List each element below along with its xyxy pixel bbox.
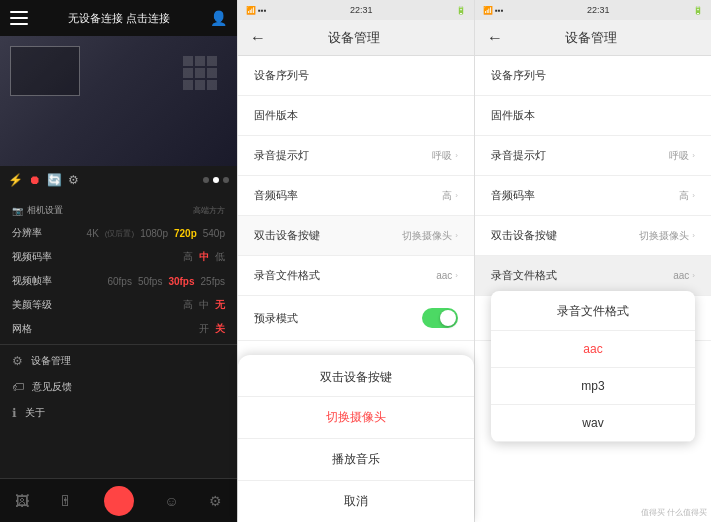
chevron-icon-2: › [455,191,458,200]
device-panel-2: 📶 ▪▪▪ 22:31 🔋 ← 设备管理 设备序列号 固件版本 录音提示灯 呼吸… [237,0,474,522]
camera-flip-icon[interactable]: 🔄 [47,173,62,187]
bitrate-label: 视频码率 [12,250,67,264]
fps-25[interactable]: 25fps [201,276,225,287]
prerecord-item[interactable]: 预录模式 [238,296,474,341]
audio-format-item[interactable]: 录音文件格式 aac › [238,256,474,296]
bitrate-values: 高 中 低 [183,250,225,264]
serial-number-item[interactable]: 设备序列号 [238,56,474,96]
firmware-item[interactable]: 固件版本 [238,96,474,136]
gallery-nav-icon[interactable]: 🖼 [15,493,29,509]
audio-format-value-3: aac › [673,270,695,281]
dialog-cancel-button[interactable]: 取消 [238,481,474,522]
audio-bitrate-label: 音频码率 [254,188,298,203]
res-720p[interactable]: 720p [174,228,197,239]
settings-nav-icon[interactable]: ⚙ [209,493,222,509]
dialog-option-play-music[interactable]: 播放音乐 [238,439,474,481]
bitrate-low[interactable]: 低 [215,250,225,264]
beauty-values: 高 中 无 [183,298,225,312]
status-icons-left: 📶 ▪▪▪ [246,6,267,15]
recording-light-item[interactable]: 录音提示灯 呼吸 › [238,136,474,176]
audio-bitrate-item[interactable]: 音频码率 高 › [238,176,474,216]
bitrate-high[interactable]: 高 [183,250,193,264]
beauty-mid[interactable]: 中 [199,298,209,312]
profile-icon[interactable]: 👤 [210,10,227,26]
record-button[interactable] [104,486,134,516]
audio-format-label: 录音文件格式 [254,268,320,283]
audio-bitrate-item-3[interactable]: 音频码率 高 › [475,176,711,216]
status-bar-3: 📶 ▪▪▪ 22:31 🔋 [475,0,711,20]
device-title-2: 设备管理 [274,29,434,47]
back-button-2[interactable]: ← [250,29,266,47]
double-click-value-3: 切换摄像头 › [639,229,695,243]
prerecord-toggle[interactable] [422,308,458,328]
bitrate-row: 视频码率 高 中 低 [0,245,237,269]
back-button-3[interactable]: ← [487,29,503,47]
audio-bitrate-value: 高 › [442,189,458,203]
preview-grid-overlay [183,56,217,90]
audio-bitrate-value-3: 高 › [679,189,695,203]
res-4k[interactable]: 4K [87,228,99,239]
beauty-none[interactable]: 无 [215,298,225,312]
feedback-menu-item[interactable]: 🏷 意见反馈 [0,374,237,400]
device-management-menu-item[interactable]: ⚙ 设备管理 [0,348,237,374]
grid-values: 开 关 [199,322,225,336]
double-click-item[interactable]: 双击设备按键 切换摄像头 › [238,216,474,256]
fps-30[interactable]: 30fps [168,276,194,287]
fps-60[interactable]: 60fps [107,276,131,287]
res-540p[interactable]: 540p [203,228,225,239]
prerecord-label: 预录模式 [254,311,298,326]
dialog-option-switch-camera[interactable]: 切换摄像头 [238,397,474,439]
signal-icon-3: 📶 [483,6,493,15]
device-header-2: ← 设备管理 [238,20,474,56]
record-indicator: ⏺ [29,173,41,187]
about-menu-item[interactable]: ℹ 关于 [0,400,237,426]
status-time-2: 22:31 [350,5,373,15]
format-popup-title: 录音文件格式 [491,291,695,331]
face-nav-icon[interactable]: ☺ [164,493,178,509]
audio-format-item-3[interactable]: 录音文件格式 aac › [475,256,711,296]
grid-off[interactable]: 关 [215,322,225,336]
bitrate-mid[interactable]: 中 [199,250,209,264]
device-header-3: ← 设备管理 [475,20,711,56]
recording-light-label-3: 录音提示灯 [491,148,546,163]
audio-bitrate-label-3: 音频码率 [491,188,535,203]
connection-status[interactable]: 无设备连接 点击连接 [36,11,202,26]
format-wav[interactable]: wav [491,405,695,442]
recording-light-value-3: 呼吸 › [669,149,695,163]
audio-format-label-3: 录音文件格式 [491,268,557,283]
grid-on[interactable]: 开 [199,322,209,336]
battery-icon: 🔋 [456,6,466,15]
chevron-icon-7: › [692,231,695,240]
settings-small-icon[interactable]: ⚙ [68,173,79,187]
double-click-item-3[interactable]: 双击设备按键 切换摄像头 › [475,216,711,256]
hamburger-menu-icon[interactable] [10,11,28,25]
res-1080p[interactable]: 1080p [140,228,168,239]
about-label: 关于 [25,406,45,420]
wifi-icon: ▪▪▪ [258,6,267,15]
device-panel-3: 📶 ▪▪▪ 22:31 🔋 ← 设备管理 设备序列号 固件版本 录音提示灯 呼吸… [474,0,711,522]
chevron-icon-8: › [692,271,695,280]
serial-number-label: 设备序列号 [254,68,309,83]
res-note: (仅后置) [105,228,134,239]
format-mp3[interactable]: mp3 [491,368,695,405]
recording-light-item-3[interactable]: 录音提示灯 呼吸 › [475,136,711,176]
dot-1 [203,177,209,183]
device-title-3: 设备管理 [511,29,671,47]
flash-icon[interactable]: ⚡ [8,173,23,187]
firmware-item-3[interactable]: 固件版本 [475,96,711,136]
signal-icon: 📶 [246,6,256,15]
format-aac[interactable]: aac [491,331,695,368]
double-click-value: 切换摄像头 › [402,229,458,243]
status-time-3: 22:31 [587,5,610,15]
firmware-label-3: 固件版本 [491,108,535,123]
fps-50[interactable]: 50fps [138,276,162,287]
dot-2-active [213,177,219,183]
beauty-high[interactable]: 高 [183,298,193,312]
filter-nav-icon[interactable]: 🎚 [59,493,73,509]
beauty-label: 美颜等级 [12,298,67,312]
gear-icon: ⚙ [12,354,23,368]
serial-number-label-3: 设备序列号 [491,68,546,83]
resolution-values: 4K (仅后置) 1080p 720p 540p [87,228,225,239]
serial-number-item-3[interactable]: 设备序列号 [475,56,711,96]
chevron-icon: › [455,151,458,160]
